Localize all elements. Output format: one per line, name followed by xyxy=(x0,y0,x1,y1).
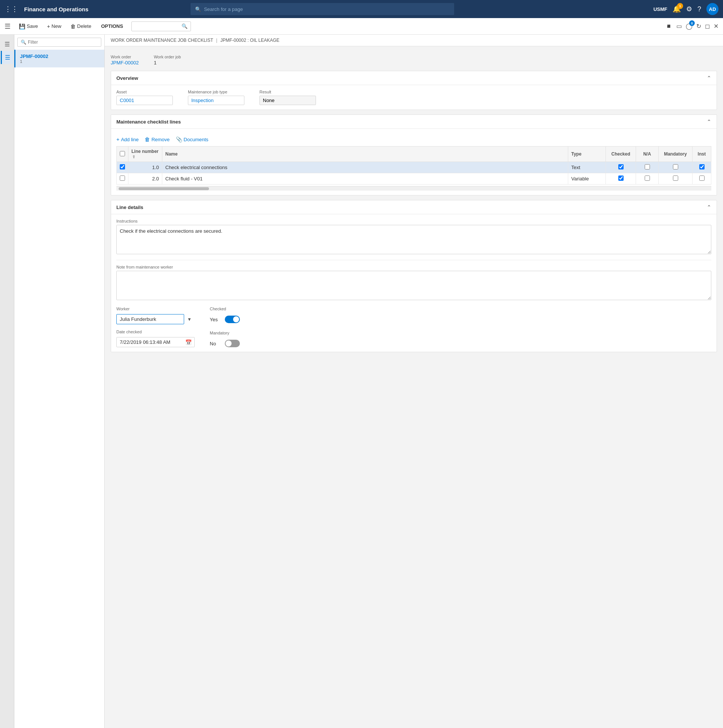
checklist-body: + Add line 🗑 Remove 📎 Documents xyxy=(111,129,717,195)
result-label: Result xyxy=(260,90,316,94)
remove-button[interactable]: 🗑 Remove xyxy=(145,136,170,142)
row-name: Check electrical connections xyxy=(162,162,568,173)
refresh-badge: 0 xyxy=(689,20,695,26)
divider xyxy=(116,260,711,260)
checklist-collapse-icon[interactable]: ⌃ xyxy=(707,119,711,125)
row-checked-cell xyxy=(606,162,636,173)
action-search-input[interactable] xyxy=(135,24,180,29)
row-checked-checkbox[interactable] xyxy=(618,176,624,181)
grid-view-icon[interactable]: ◾ xyxy=(665,23,673,30)
avatar[interactable]: AD xyxy=(706,3,718,15)
worker-select-wrapper: Julia Funderburk ▼ xyxy=(116,314,195,324)
save-button[interactable]: 💾 Save xyxy=(15,22,42,31)
undo-icon[interactable]: ↻ xyxy=(696,23,701,30)
help-icon[interactable]: ? xyxy=(697,5,701,13)
add-line-button[interactable]: + Add line xyxy=(116,136,139,142)
search-input[interactable] xyxy=(204,6,449,12)
asset-label: Asset xyxy=(116,90,173,94)
line-details-collapse-icon[interactable]: ⌃ xyxy=(707,204,711,210)
calendar-icon[interactable]: 📅 xyxy=(185,340,192,346)
checked-toggle[interactable] xyxy=(225,316,240,323)
asset-value[interactable]: C0001 xyxy=(116,96,173,105)
plus-icon: + xyxy=(47,23,50,29)
action-search[interactable]: 🔍 xyxy=(131,21,191,31)
note-textarea[interactable] xyxy=(116,271,711,300)
line-details-title: Line details xyxy=(116,205,144,210)
row-checked-checkbox[interactable] xyxy=(618,164,624,170)
select-all-checkbox[interactable] xyxy=(120,151,125,156)
row-inst-checkbox[interactable] xyxy=(699,164,705,170)
settings-icon[interactable]: ⚙ xyxy=(686,5,692,13)
delete-icon: 🗑 xyxy=(70,23,76,29)
list-item[interactable]: JPMF-00002 1 xyxy=(14,50,104,67)
delete-button[interactable]: 🗑 Delete xyxy=(67,22,95,31)
row-line-number: 1.0 xyxy=(128,162,162,173)
sidebar: ☰ ☰ xyxy=(0,35,14,728)
date-checked-field: Date checked 📅 xyxy=(116,330,195,347)
sort-icon[interactable]: ⇧ xyxy=(132,155,135,159)
grid-icon[interactable]: ⋮⋮ xyxy=(5,5,18,13)
table-row[interactable]: 1.0 Check electrical connections Text xyxy=(117,162,711,173)
top-nav: ⋮⋮ Finance and Operations 🔍 USMF 🔔 1 ⚙ ?… xyxy=(0,0,723,18)
th-check xyxy=(117,147,128,162)
panel-icon[interactable]: ▭ xyxy=(676,23,682,30)
mandatory-toggle-text: No xyxy=(210,341,221,347)
instructions-textarea[interactable] xyxy=(116,225,711,254)
th-line-number: Line number ⇧ xyxy=(128,147,162,162)
table-row[interactable]: 2.0 Check fluid - V01 Variable xyxy=(117,173,711,185)
close-icon[interactable]: ✕ xyxy=(714,23,718,30)
options-button[interactable]: OPTIONS xyxy=(97,22,127,31)
wo-order-value[interactable]: JPMF-00002 xyxy=(111,60,139,66)
open-new-icon[interactable]: ◻ xyxy=(705,23,710,30)
checklist-header[interactable]: Maintenance checklist lines ⌃ xyxy=(111,115,717,129)
mandatory-toggle-row: No xyxy=(210,340,240,347)
action-search-icon: 🔍 xyxy=(182,23,188,29)
table-scrollbar[interactable] xyxy=(116,186,711,191)
overview-header[interactable]: Overview ⌃ xyxy=(111,71,717,85)
wo-job-value: 1 xyxy=(154,60,181,66)
row-inst-checkbox[interactable] xyxy=(699,176,705,181)
new-button[interactable]: + New xyxy=(43,22,65,31)
hamburger-icon[interactable]: ☰ xyxy=(5,22,11,31)
overview-fields: Asset C0001 Maintenance job type Inspect… xyxy=(116,90,711,105)
search-bar[interactable]: 🔍 xyxy=(191,3,454,15)
row-na-checkbox[interactable] xyxy=(645,176,650,181)
work-order-section: Work order JPMF-00002 Work order job 1 xyxy=(111,51,717,71)
instructions-label: Instructions xyxy=(116,219,711,223)
right-bottom: Checked Yes xyxy=(210,307,240,347)
mandatory-toggle[interactable] xyxy=(225,340,240,347)
sidebar-hamburger-icon[interactable]: ☰ xyxy=(2,38,13,51)
worker-select[interactable]: Julia Funderburk xyxy=(116,314,184,324)
filter-input[interactable] xyxy=(28,40,98,45)
action-bar-right: ◾ ▭ ◯ 0 ↻ ◻ ✕ xyxy=(665,23,718,30)
checked-toggle-field: Checked Yes xyxy=(210,307,240,323)
row-na-checkbox[interactable] xyxy=(645,164,650,170)
job-type-value[interactable]: Inspection xyxy=(188,96,245,105)
filter-search-icon: 🔍 xyxy=(21,40,26,45)
scroll-thumb[interactable] xyxy=(119,187,209,190)
wo-field-order: Work order JPMF-00002 xyxy=(111,55,139,66)
overview-collapse-icon[interactable]: ⌃ xyxy=(707,75,711,81)
mandatory-toggle-field: Mandatory No xyxy=(210,331,240,347)
documents-button[interactable]: 📎 Documents xyxy=(176,136,209,142)
row-mandatory-checkbox[interactable] xyxy=(673,164,678,170)
row-type: Variable xyxy=(568,173,606,185)
row-select-checkbox[interactable] xyxy=(120,176,125,181)
sidebar-filter-icon[interactable]: ☰ xyxy=(1,51,13,64)
filter-bar[interactable]: 🔍 xyxy=(17,38,101,47)
line-details-header[interactable]: Line details ⌃ xyxy=(111,200,717,214)
th-na: N/A xyxy=(636,147,659,162)
action-bar: ☰ 💾 Save + New 🗑 Delete OPTIONS 🔍 ◾ ▭ ◯ … xyxy=(0,18,723,35)
row-mandatory-cell xyxy=(659,173,692,185)
notification-icon[interactable]: 🔔 1 xyxy=(673,5,681,13)
row-mandatory-checkbox[interactable] xyxy=(673,176,678,181)
job-type-field: Maintenance job type Inspection xyxy=(188,90,245,105)
refresh-with-badge[interactable]: ◯ 0 xyxy=(686,23,692,30)
mandatory-slider xyxy=(225,340,240,347)
date-input[interactable] xyxy=(116,337,195,347)
row-type: Text xyxy=(568,162,606,173)
result-value: None xyxy=(260,96,316,105)
overview-body: Asset C0001 Maintenance job type Inspect… xyxy=(111,85,717,110)
paperclip-icon: 📎 xyxy=(176,136,182,142)
row-select-checkbox[interactable] xyxy=(120,164,125,170)
